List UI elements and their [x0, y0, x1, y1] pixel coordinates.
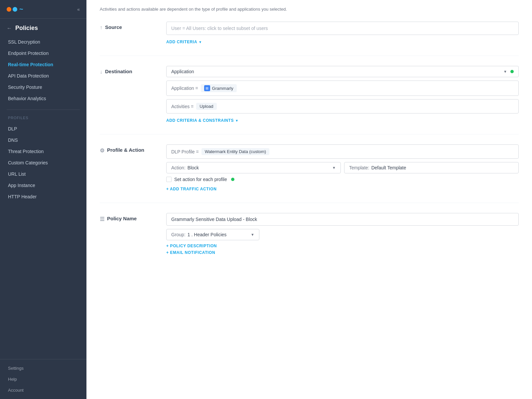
- sidebar-item-threat[interactable]: Threat Protection: [0, 146, 86, 157]
- app-icon: [204, 85, 210, 91]
- action-chevron-icon: ▼: [332, 166, 336, 170]
- action-template-row: Action: Block ▼ Template: Default Templa…: [166, 162, 519, 173]
- template-label: Template:: [349, 165, 369, 170]
- application-field-value: Grammarly: [201, 84, 237, 92]
- profile-action-label: ⚙ Profile & Action: [100, 144, 166, 193]
- source-label: ↑ Source: [100, 22, 166, 46]
- collapse-button[interactable]: «: [77, 7, 80, 12]
- policy-name-label: ☰ Policy Name: [100, 213, 166, 255]
- logo: ~: [7, 5, 23, 13]
- sidebar-item-api[interactable]: API Data Protection: [0, 70, 86, 82]
- email-notification-link[interactable]: + EMAIL NOTIFICATION: [166, 250, 519, 255]
- activities-field[interactable]: Activities = Upload: [166, 99, 519, 113]
- policy-name-section: ☰ Policy Name Group: 1 . Header Policies…: [100, 213, 519, 265]
- template-value: Default Template: [371, 165, 514, 170]
- source-content: User = All Users: click to select subset…: [166, 22, 519, 46]
- sidebar-item-urllist[interactable]: URL List: [0, 168, 86, 180]
- application-field[interactable]: Application = Grammarly: [166, 81, 519, 96]
- policy-name-input[interactable]: [166, 213, 519, 226]
- application-field-label: Application =: [171, 86, 198, 91]
- back-arrow-icon: ←: [7, 25, 12, 31]
- sidebar-header: ~ «: [0, 0, 86, 19]
- destination-section: ↓ Destination Application ▼ Application …: [100, 66, 519, 134]
- profile-action-content: DLP Profile = Watermark Entity Data (cus…: [166, 144, 519, 193]
- destination-chevron-icon: ▼: [503, 70, 507, 74]
- set-action-row: Set action for each profile: [166, 177, 519, 182]
- profile-icon: ⚙: [100, 147, 104, 154]
- add-criteria-button[interactable]: ADD CRITERIA ▼: [166, 40, 202, 44]
- source-icon: ↑: [100, 25, 102, 31]
- source-section: ↑ Source User = All Users: click to sele…: [100, 22, 519, 56]
- template-dropdown[interactable]: Template: Default Template: [344, 162, 519, 173]
- destination-dropdown-value: Application: [171, 69, 501, 74]
- activities-field-value: Upload: [196, 103, 216, 110]
- destination-content: Application ▼ Application = Grammarly Ac…: [166, 66, 519, 124]
- logo-dot-orange: [7, 7, 11, 12]
- destination-green-dot: [510, 70, 514, 73]
- source-user-field[interactable]: User = All Users: click to select subset…: [166, 22, 519, 35]
- destination-dropdown[interactable]: Application ▼: [166, 66, 519, 77]
- group-chevron-icon: ▼: [251, 233, 254, 237]
- nav-divider: [7, 109, 80, 110]
- nav-section-profiles: DLP DNS Threat Protection Custom Categor…: [0, 121, 86, 204]
- logo-dot-blue: [13, 7, 17, 12]
- dlp-profile-label: DLP Profile =: [171, 149, 199, 154]
- action-value: Block: [188, 165, 330, 170]
- sidebar-item-dns[interactable]: DNS: [0, 134, 86, 146]
- sidebar-item-endpoint[interactable]: Endpoint Protection: [0, 48, 86, 59]
- info-text: Activities and actions available are dep…: [100, 7, 519, 12]
- sidebar-item-realtime[interactable]: Real-time Protection: [0, 59, 86, 70]
- sidebar-bottom: Settings Help Account: [0, 359, 86, 399]
- sidebar-item-behavior[interactable]: Behavior Analytics: [0, 93, 86, 104]
- policy-description-link[interactable]: + POLICY DESCRIPTION: [166, 244, 519, 248]
- sidebar-item-dlp[interactable]: DLP: [0, 123, 86, 134]
- group-value: 1 . Header Policies: [188, 232, 249, 237]
- sidebar-item-categories[interactable]: Custom Categories: [0, 157, 86, 168]
- back-nav[interactable]: ← Policies: [0, 19, 86, 34]
- sidebar-item-httpheader[interactable]: HTTP Header: [0, 191, 86, 202]
- add-criteria-constraints-button[interactable]: ADD CRITERIA & CONSTRAINTS ▼: [166, 118, 239, 123]
- policy-name-content: Group: 1 . Header Policies ▼ + POLICY DE…: [166, 213, 519, 255]
- nav-section-policies: SSL Decryption Endpoint Protection Real-…: [0, 34, 86, 106]
- action-dropdown[interactable]: Action: Block ▼: [166, 162, 341, 173]
- action-label: Action:: [171, 165, 186, 170]
- logo-tilde: ~: [19, 5, 23, 13]
- sidebar-item-security[interactable]: Security Posture: [0, 82, 86, 93]
- set-action-green-dot: [231, 178, 234, 181]
- profiles-section-label: PROFILES: [0, 113, 86, 121]
- sidebar-item-account[interactable]: Account: [0, 385, 86, 396]
- back-nav-label: Policies: [15, 25, 38, 32]
- activities-field-label: Activities =: [171, 104, 194, 109]
- set-action-checkbox[interactable]: [166, 177, 172, 182]
- sidebar-item-settings[interactable]: Settings: [0, 363, 86, 374]
- group-dropdown[interactable]: Group: 1 . Header Policies ▼: [166, 229, 259, 240]
- set-action-label: Set action for each profile: [174, 177, 227, 182]
- profile-action-section: ⚙ Profile & Action DLP Profile = Waterma…: [100, 144, 519, 203]
- policy-icon: ☰: [100, 216, 104, 222]
- add-criteria-chevron-icon: ▼: [199, 40, 202, 44]
- destination-label: ↓ Destination: [100, 66, 166, 124]
- sidebar-item-help[interactable]: Help: [0, 374, 86, 385]
- sidebar-item-appinstance[interactable]: App Instance: [0, 180, 86, 191]
- main-content: Activities and actions available are dep…: [86, 0, 532, 399]
- source-placeholder: User = All Users: click to select subset…: [171, 26, 268, 31]
- add-traffic-action-button[interactable]: + ADD TRAFFIC ACTION: [166, 187, 216, 191]
- sidebar: ~ « ← Policies SSL Decryption Endpoint P…: [0, 0, 86, 399]
- add-criteria-constraints-chevron-icon: ▼: [235, 119, 239, 122]
- dlp-profile-value: Watermark Entity Data (custom): [201, 148, 269, 155]
- destination-icon: ↓: [100, 69, 102, 75]
- group-label: Group:: [171, 232, 186, 237]
- sidebar-item-ssl[interactable]: SSL Decryption: [0, 36, 86, 48]
- dlp-profile-field[interactable]: DLP Profile = Watermark Entity Data (cus…: [166, 144, 519, 159]
